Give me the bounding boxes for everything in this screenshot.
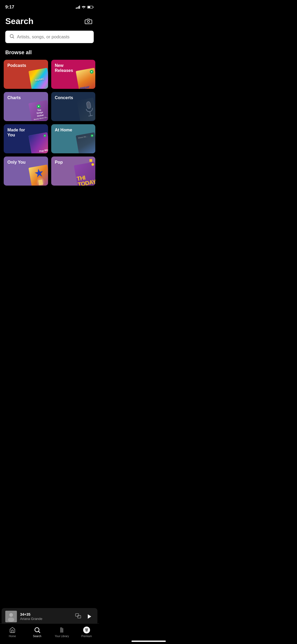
signal-icon: [76, 6, 80, 9]
card-label-pop: Pop: [55, 160, 63, 165]
search-placeholder: Artists, songs, or podcasts: [17, 34, 69, 40]
card-art-pop: THITODAY: [74, 162, 95, 186]
battery-icon: [87, 6, 94, 9]
card-label-at-home: At Home: [55, 127, 72, 132]
page-title: Search: [5, 16, 34, 26]
svg-rect-6: [86, 102, 91, 109]
search-bar-icon: [10, 34, 14, 40]
wifi-icon: [82, 6, 86, 9]
card-new-releases[interactable]: NewReleases FRIDAY: [51, 60, 96, 89]
card-art-charts: TopSongsGlobal Weekly Music Ch...: [28, 100, 48, 121]
svg-line-7: [90, 112, 91, 116]
card-label-new-releases: NewReleases: [55, 63, 73, 73]
status-time: 9:17: [5, 4, 14, 10]
card-art-at-home: Stress Re...: [76, 132, 95, 153]
search-bar[interactable]: Artists, songs, or podcasts: [5, 31, 94, 43]
card-concerts[interactable]: Concerts: [51, 92, 96, 121]
card-pop[interactable]: Pop THITODAY: [51, 157, 96, 186]
card-label-made-for-you: Made forYou: [7, 127, 25, 137]
card-label-podcasts: Podcasts: [7, 63, 26, 68]
svg-rect-2: [93, 7, 93, 7]
card-only-you[interactable]: Only You: [4, 157, 48, 186]
svg-point-3: [87, 20, 89, 22]
card-label-concerts: Concerts: [55, 95, 73, 100]
card-art-new-releases: FRIDAY: [76, 68, 95, 89]
card-art-podcasts: Dis/SEC: [28, 68, 48, 89]
svg-rect-1: [88, 6, 90, 8]
card-art-made-for-you: Pop Mix: [28, 132, 48, 153]
camera-button[interactable]: [83, 16, 94, 26]
page-header: Search: [0, 12, 99, 29]
browse-all-label: Browse all: [0, 47, 99, 60]
card-label-charts: Charts: [7, 95, 21, 100]
card-art-concerts: [77, 98, 95, 121]
status-bar: 9:17: [0, 0, 99, 12]
card-charts[interactable]: Charts TopSongsGlobal Weekly Music Ch...: [4, 92, 48, 121]
card-made-for-you[interactable]: Made forYou Pop Mix: [4, 124, 48, 153]
card-at-home[interactable]: At Home Stress Re...: [51, 124, 96, 153]
card-label-only-you: Only You: [7, 160, 26, 165]
status-icons: [76, 6, 94, 9]
camera-icon: [85, 18, 92, 24]
card-podcasts[interactable]: Podcasts Dis/SEC: [4, 60, 48, 89]
svg-marker-9: [34, 168, 44, 178]
pop-dot: [89, 159, 92, 162]
card-art-only-you: [28, 164, 48, 186]
svg-line-5: [13, 37, 14, 38]
search-bar-wrapper: Artists, songs, or podcasts: [0, 29, 99, 47]
svg-line-8: [88, 116, 93, 116]
browse-grid: Podcasts Dis/SEC NewReleases FRIDAY Char…: [0, 60, 99, 190]
